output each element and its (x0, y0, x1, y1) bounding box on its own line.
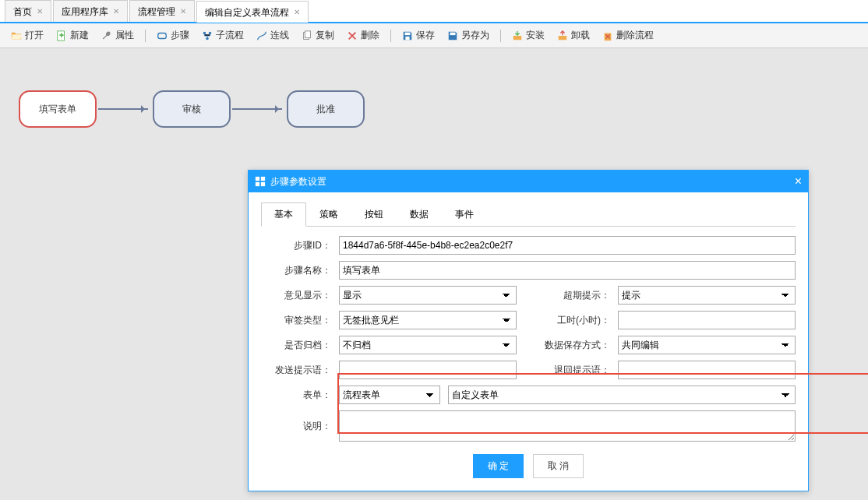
step-params-dialog: 步骤参数设置 × 基本 策略 按钮 数据 事件 步骤ID： 步骤名称： 意见显示… (248, 170, 809, 491)
label-step-name: 步骤名称： (261, 264, 331, 277)
grid-icon (255, 176, 266, 187)
tab-flow-mgmt[interactable]: 流程管理✕ (129, 0, 195, 22)
dialog-tabs: 基本 策略 按钮 数据 事件 (261, 202, 796, 227)
close-icon[interactable]: ✕ (113, 1, 119, 23)
copy-button[interactable]: 复制 (297, 26, 339, 44)
label-work-hour: 工时(小时)： (524, 314, 610, 327)
flow-arrow (98, 108, 148, 110)
archive-select[interactable]: 不归档 (339, 336, 517, 354)
flow-node-start[interactable]: 填写表单 (19, 90, 97, 128)
back-tip-input[interactable] (618, 361, 796, 379)
svg-rect-8 (405, 36, 409, 39)
close-icon[interactable]: ✕ (37, 1, 43, 23)
save-button[interactable]: 保存 (397, 26, 439, 44)
flow-arrow (232, 108, 282, 110)
svg-rect-14 (261, 177, 265, 181)
tab-basic[interactable]: 基本 (261, 202, 306, 227)
form-type-select[interactable]: 流程表单 (339, 386, 440, 404)
tab-event[interactable]: 事件 (442, 202, 487, 227)
svg-rect-11 (559, 36, 567, 40)
new-button[interactable]: 新建 (51, 26, 94, 44)
overdue-tip-select[interactable]: 提示 (618, 286, 796, 305)
svg-rect-15 (256, 182, 259, 186)
close-icon[interactable]: ✕ (294, 2, 300, 23)
svg-point-4 (206, 37, 209, 40)
label-back-tip: 退回提示语： (524, 364, 610, 377)
svg-rect-13 (256, 177, 259, 181)
dialog-title: 步骤参数设置 (270, 171, 326, 192)
uninstall-icon (557, 30, 568, 41)
tab-data[interactable]: 数据 (397, 202, 442, 227)
saveas-button[interactable]: 另存为 (443, 26, 494, 44)
folder-open-icon (11, 30, 22, 41)
label-archive: 是否归档： (261, 339, 331, 352)
separator (500, 30, 501, 42)
save-icon (402, 30, 413, 41)
new-file-icon (56, 30, 67, 41)
dialog-footer: 确 定 取 消 (261, 454, 796, 478)
toolbar: 打开 新建 属性 步骤 子流程 连线 复制 删除 保存 另存为 安装 卸载 删除… (0, 23, 868, 48)
label-step-id: 步骤ID： (261, 239, 331, 252)
install-button[interactable]: 安装 (507, 26, 549, 44)
dialog-titlebar[interactable]: 步骤参数设置 × (249, 171, 808, 192)
tab-button[interactable]: 按钮 (351, 202, 397, 227)
svg-rect-1 (158, 33, 167, 38)
label-form: 表单： (261, 389, 331, 402)
flow-node-approve[interactable]: 批准 (287, 90, 365, 128)
close-icon[interactable]: ✕ (180, 1, 186, 23)
attr-button[interactable]: 属性 (97, 26, 139, 44)
label-sign-type: 审签类型： (261, 314, 331, 327)
subflow-button[interactable]: 子流程 (197, 26, 249, 44)
connector-icon (256, 30, 267, 41)
tab-strategy[interactable]: 策略 (306, 202, 351, 227)
separator (390, 30, 391, 42)
delete-button[interactable]: 删除 (342, 26, 384, 44)
tab-edit-custom-form-flow[interactable]: 编辑自定义表单流程✕ (196, 1, 309, 23)
label-opinion-show: 意见显示： (261, 289, 331, 302)
subflow-icon (202, 30, 213, 41)
flow-node-review[interactable]: 审核 (153, 90, 231, 128)
send-tip-input[interactable] (339, 361, 517, 379)
uninstall-button[interactable]: 卸载 (552, 26, 595, 44)
top-tabs: 首页✕ 应用程序库✕ 流程管理✕ 编辑自定义表单流程✕ (0, 0, 868, 23)
step-button[interactable]: 步骤 (152, 26, 194, 44)
svg-rect-10 (513, 36, 522, 40)
tab-app-lib[interactable]: 应用程序库✕ (53, 0, 128, 22)
note-textarea[interactable] (339, 410, 796, 442)
label-overdue-tip: 超期提示： (524, 289, 610, 302)
step-name-input[interactable] (339, 261, 796, 280)
sign-type-select[interactable]: 无签批意见栏 (339, 311, 517, 329)
open-button[interactable]: 打开 (6, 26, 48, 44)
label-send-tip: 发送提示语： (261, 364, 331, 377)
svg-rect-16 (261, 182, 265, 186)
cancel-button[interactable]: 取 消 (533, 454, 584, 478)
copy-icon (302, 30, 312, 41)
deleteflow-button[interactable]: 删除流程 (598, 26, 658, 44)
opinion-show-select[interactable]: 显示 (339, 286, 517, 305)
line-button[interactable]: 连线 (252, 26, 294, 44)
delete-icon (347, 30, 358, 41)
step-id-input[interactable] (339, 236, 796, 255)
ok-button[interactable]: 确 定 (473, 454, 524, 478)
form-name-select[interactable]: 自定义表单 (448, 386, 796, 404)
step-icon (157, 30, 168, 41)
svg-rect-6 (305, 30, 310, 37)
label-note: 说明： (261, 420, 331, 433)
tab-home[interactable]: 首页✕ (5, 0, 51, 22)
wrench-icon (101, 30, 112, 41)
dialog-close-icon[interactable]: × (795, 171, 802, 192)
svg-rect-7 (405, 32, 411, 35)
separator (145, 30, 146, 42)
install-icon (512, 30, 523, 41)
svg-point-2 (203, 31, 206, 34)
svg-point-3 (209, 31, 212, 34)
delete-flow-icon (602, 30, 613, 41)
save-mode-select[interactable]: 共同编辑 (618, 336, 796, 354)
work-hour-input[interactable] (618, 311, 796, 329)
form: 步骤ID： 步骤名称： 意见显示： 显示 超期提示： 提示 审签类型： 无签批意… (261, 236, 796, 442)
label-save-mode: 数据保存方式： (524, 339, 610, 352)
svg-rect-9 (450, 32, 456, 35)
saveas-icon (447, 30, 458, 41)
